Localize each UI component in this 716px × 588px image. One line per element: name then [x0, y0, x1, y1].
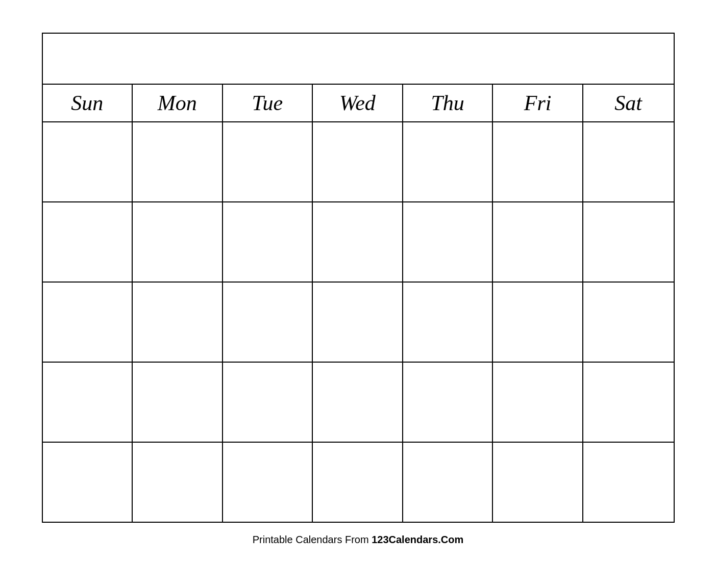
cell-3-7 [583, 283, 674, 362]
header-tue: Tue [223, 85, 313, 121]
cell-2-3 [223, 202, 313, 282]
calendar-header: Sun Mon Tue Wed Thu Fri Sat [43, 85, 674, 122]
footer-text-bold: 123Calendars.Com [372, 534, 463, 545]
cell-1-1 [43, 122, 133, 201]
cell-2-5 [403, 202, 493, 282]
cell-2-6 [493, 202, 583, 282]
cell-2-4 [313, 202, 403, 282]
cell-5-4 [313, 443, 403, 522]
header-fri: Fri [493, 85, 583, 121]
cell-5-7 [583, 443, 674, 522]
cell-3-6 [493, 283, 583, 362]
cell-4-3 [223, 363, 313, 442]
calendar-title-row [43, 34, 674, 85]
cell-4-5 [403, 363, 493, 442]
header-wed: Wed [313, 85, 403, 121]
cell-4-4 [313, 363, 403, 442]
cell-5-2 [133, 443, 223, 522]
calendar-row-4 [43, 363, 674, 443]
cell-1-5 [403, 122, 493, 201]
cell-5-3 [223, 443, 313, 522]
calendar-row-3 [43, 283, 674, 363]
calendar-row-2 [43, 202, 674, 283]
cell-2-2 [133, 202, 223, 282]
cell-4-6 [493, 363, 583, 442]
cell-1-4 [313, 122, 403, 201]
cell-4-2 [133, 363, 223, 442]
cell-3-5 [403, 283, 493, 362]
cell-4-7 [583, 363, 674, 442]
cell-4-1 [43, 363, 133, 442]
cell-1-2 [133, 122, 223, 201]
footer: Printable Calendars From 123Calendars.Co… [42, 534, 675, 546]
header-mon: Mon [133, 85, 223, 121]
footer-text-normal: Printable Calendars From [253, 534, 372, 545]
calendar-body [43, 122, 674, 522]
cell-5-6 [493, 443, 583, 522]
page-wrapper: Sun Mon Tue Wed Thu Fri Sat [27, 22, 690, 566]
cell-3-4 [313, 283, 403, 362]
calendar-row-5 [43, 443, 674, 522]
cell-1-6 [493, 122, 583, 201]
cell-3-2 [133, 283, 223, 362]
header-sat: Sat [583, 85, 674, 121]
cell-5-1 [43, 443, 133, 522]
cell-1-3 [223, 122, 313, 201]
calendar-container: Sun Mon Tue Wed Thu Fri Sat [42, 33, 675, 523]
header-thu: Thu [403, 85, 493, 121]
calendar-row-1 [43, 122, 674, 202]
cell-3-1 [43, 283, 133, 362]
cell-1-7 [583, 122, 674, 201]
cell-5-5 [403, 443, 493, 522]
cell-2-7 [583, 202, 674, 282]
cell-3-3 [223, 283, 313, 362]
cell-2-1 [43, 202, 133, 282]
header-sun: Sun [43, 85, 133, 121]
